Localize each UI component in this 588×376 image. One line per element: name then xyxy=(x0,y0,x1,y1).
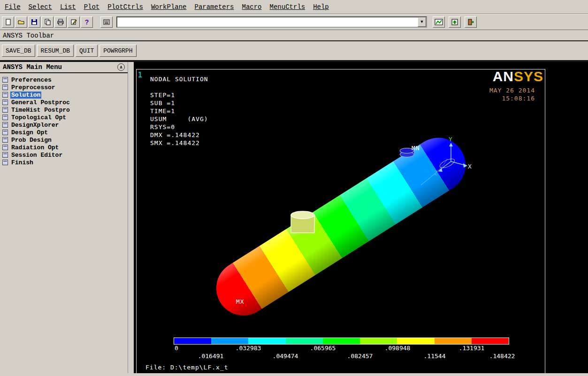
dialog-icon xyxy=(2,77,8,83)
new-file-button[interactable] xyxy=(2,16,14,28)
ansys-toolbar: SAVE_DB RESUM_DB QUIT POWRGRPH xyxy=(0,41,588,62)
menu-item-label: Preprocessor xyxy=(10,84,56,91)
menu-item-radiation-opt[interactable]: Radiation Opt xyxy=(2,144,125,151)
question-mark-icon: ? xyxy=(85,18,89,26)
command-combo: ▼ xyxy=(116,16,427,28)
annotation-line: USUM (AVG) xyxy=(150,115,208,123)
menu-plot[interactable]: Plot xyxy=(84,3,100,11)
menu-item-topological-opt[interactable]: Topological Opt xyxy=(2,114,125,121)
help-button[interactable]: ? xyxy=(81,16,93,28)
logo-an: AN xyxy=(493,69,514,84)
quit-button[interactable]: QUIT xyxy=(76,45,98,57)
expand-box-icon xyxy=(2,92,8,98)
annotation-line xyxy=(150,83,208,91)
legend-cell xyxy=(248,338,285,344)
legend-cell xyxy=(435,338,472,344)
menu-item-label: Finish xyxy=(10,159,34,166)
legend-cell xyxy=(360,338,397,344)
mx-label: MX xyxy=(236,298,244,305)
floppy-disk-icon xyxy=(31,18,38,26)
menu-item-preprocessor[interactable]: Preprocessor xyxy=(2,84,125,91)
resum-db-button[interactable]: RESUM_DB xyxy=(37,45,74,57)
command-dropdown-button[interactable]: ▼ xyxy=(418,17,426,27)
graph-icon xyxy=(435,18,443,26)
expand-box-icon xyxy=(2,137,8,143)
menu-macro[interactable]: Macro xyxy=(242,3,262,11)
menu-item-general-postproc[interactable]: General Postproc xyxy=(2,99,125,106)
legend-value: .082457 xyxy=(347,353,373,360)
menu-item-label: Radiation Opt xyxy=(10,144,60,151)
menu-item-session-editor[interactable]: Session Editor xyxy=(2,151,125,159)
copy-button[interactable] xyxy=(41,16,53,28)
menu-item-preferences[interactable]: Preferences xyxy=(2,76,125,84)
menu-list[interactable]: List xyxy=(60,3,76,11)
up-arrow-icon xyxy=(451,18,458,26)
save-db-button[interactable]: SAVE_DB xyxy=(2,45,35,57)
new-file-icon xyxy=(4,18,12,26)
x-axis-label: X xyxy=(468,163,472,170)
legend-cell xyxy=(286,338,323,344)
legend-cell xyxy=(323,338,360,344)
menu-item-label: TimeHist Postpro xyxy=(10,107,71,114)
menu-parameters[interactable]: Parameters xyxy=(195,3,234,11)
menu-help[interactable]: Help xyxy=(313,3,329,11)
exit-button[interactable] xyxy=(465,16,477,28)
open-folder-icon xyxy=(17,18,25,26)
result-annotation: NODAL SOLUTION STEP=1 SUB =1 TIME=1 USUM… xyxy=(150,75,208,147)
menu-workplane[interactable]: WorkPlane xyxy=(151,3,187,11)
menu-menuctrls[interactable]: MenuCtrls xyxy=(270,3,305,11)
graphics-viewport[interactable]: MX MN Y X Z 1 NODAL SOLUTION xyxy=(134,62,588,373)
capture-button[interactable] xyxy=(68,16,80,28)
menu-bar: File Select List Plot PlotCtrls WorkPlan… xyxy=(0,0,588,14)
powrgrph-button[interactable]: POWRGRPH xyxy=(99,45,136,57)
plot-graph-button[interactable] xyxy=(433,16,445,28)
save-button[interactable] xyxy=(28,16,40,28)
ansys-window: File Select List Plot PlotCtrls WorkPlan… xyxy=(0,0,588,376)
menu-item-timehist-postpro[interactable]: TimeHist Postpro xyxy=(2,106,125,114)
main-area: ANSYS Main Menu ∧ Preferences Preprocess… xyxy=(0,62,588,373)
menu-item-finish[interactable]: Finish xyxy=(2,159,125,166)
legend-cell xyxy=(211,338,248,344)
expand-box-icon xyxy=(2,152,8,158)
expand-box-icon xyxy=(2,107,8,113)
legend-value: .098948 xyxy=(385,345,411,352)
annotation-line: NODAL SOLUTION xyxy=(150,75,208,83)
menu-item-design-opt[interactable]: Design Opt xyxy=(2,129,125,136)
legend-cell xyxy=(397,338,434,344)
logo-sys: SYS xyxy=(514,69,543,84)
menu-item-label: Design Opt xyxy=(10,129,49,136)
exit-door-icon xyxy=(467,18,474,26)
menu-item-prob-design[interactable]: Prob Design xyxy=(2,136,125,144)
z-axis-label: Z xyxy=(434,169,438,176)
menu-select[interactable]: Select xyxy=(29,3,52,11)
command-input[interactable] xyxy=(117,17,418,27)
legend-cell xyxy=(174,338,211,344)
raise-hidden-button[interactable] xyxy=(449,16,461,28)
ansys-toolbar-label: ANSYS Toolbar xyxy=(0,30,588,41)
menu-item-solution[interactable]: Solution xyxy=(2,91,125,99)
legend-value: .11544 xyxy=(424,353,446,360)
legend-value: .131931 xyxy=(459,345,485,352)
mn-label: MN xyxy=(412,145,420,152)
y-axis-label: Y xyxy=(449,136,453,143)
menu-item-label: Session Editor xyxy=(10,152,63,159)
legend-value: .148422 xyxy=(489,353,515,360)
legend-value: 0 xyxy=(175,345,178,352)
pressure-vessel xyxy=(206,128,476,326)
main-menu-title: ANSYS Main Menu xyxy=(3,63,62,71)
toolbar-right-group xyxy=(433,16,478,28)
menu-item-designxplorer[interactable]: DesignXplorer xyxy=(2,121,125,129)
annotation-line: STEP=1 xyxy=(150,91,208,99)
menu-item-label: Prob Design xyxy=(10,137,53,144)
annotation-line: SUB =1 xyxy=(150,99,208,107)
legend-value: .032983 xyxy=(236,345,261,352)
chevron-down-icon: ▼ xyxy=(420,20,423,24)
menu-plotctrls[interactable]: PlotCtrls xyxy=(107,3,143,11)
collapse-menu-button[interactable]: ∧ xyxy=(117,63,125,71)
legend-value: .049474 xyxy=(273,353,298,360)
print-button[interactable] xyxy=(54,16,67,28)
menu-file[interactable]: File xyxy=(5,3,21,11)
open-file-button[interactable] xyxy=(15,16,27,28)
launch-dialog-button[interactable] xyxy=(100,16,113,28)
main-menu-panel: ANSYS Main Menu ∧ Preferences Preprocess… xyxy=(0,62,128,373)
